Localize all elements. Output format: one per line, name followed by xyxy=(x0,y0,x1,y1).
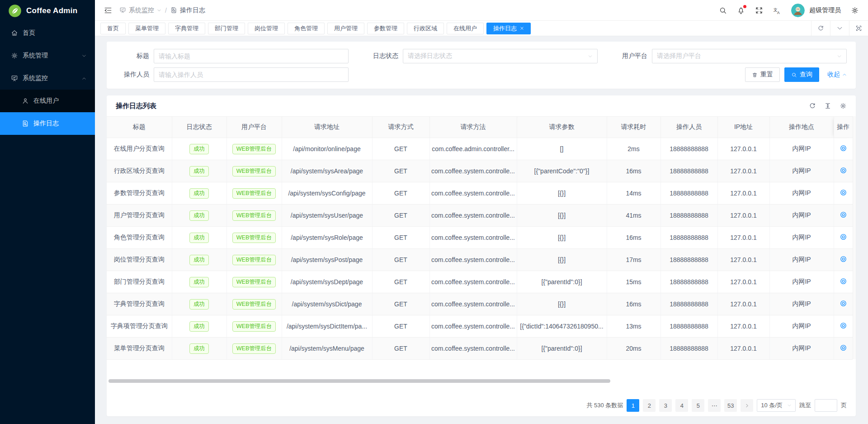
sidebar-item-operation-logs[interactable]: 操作日志 xyxy=(0,112,95,135)
column-header: IP地址 xyxy=(717,117,769,138)
log-status-select[interactable]: 请选择日志状态 xyxy=(403,49,598,63)
title-input[interactable] xyxy=(154,49,349,63)
view-log-button[interactable] xyxy=(840,277,847,285)
cell-method: GET xyxy=(372,205,429,227)
username[interactable]: 超级管理员 xyxy=(809,6,841,14)
search-button[interactable]: 查询 xyxy=(784,67,819,82)
view-log-button[interactable] xyxy=(840,233,847,241)
collapse-form-link[interactable]: 收起 xyxy=(827,71,847,79)
view-log-button[interactable] xyxy=(840,322,847,329)
user-icon xyxy=(22,97,29,105)
maximize-content-button[interactable] xyxy=(849,21,868,36)
cell-location: 内网IP xyxy=(769,315,834,338)
status-badge: 成功 xyxy=(189,233,209,243)
maximize-icon xyxy=(855,25,862,32)
breadcrumb-item[interactable]: 系统监控 xyxy=(119,6,161,14)
column-header: 请求方法 xyxy=(429,117,517,138)
table-refresh-button[interactable] xyxy=(809,102,816,110)
tab-行政区域[interactable]: 行政区域 xyxy=(407,23,444,34)
cell-ip: 127.0.0.1 xyxy=(717,205,769,227)
topbar-actions: 文A 超级管理员 xyxy=(719,4,859,17)
avatar[interactable] xyxy=(791,4,805,17)
tab-字典管理[interactable]: 字典管理 xyxy=(168,23,205,34)
notifications-button[interactable] xyxy=(737,6,745,14)
settings-button[interactable] xyxy=(851,6,859,14)
notification-dot xyxy=(743,5,746,8)
status-badge: 成功 xyxy=(189,321,209,332)
tab-岗位管理[interactable]: 岗位管理 xyxy=(248,23,285,34)
table-row: 在线用户分页查询成功WEB管理后台/api/monitor/online/pag… xyxy=(107,138,853,160)
row-density-button[interactable] xyxy=(824,102,831,110)
cell-operator: 18888888888 xyxy=(660,227,717,249)
view-log-button[interactable] xyxy=(840,167,847,174)
tab-options-button[interactable] xyxy=(830,21,849,36)
horizontal-scrollbar-thumb[interactable] xyxy=(108,379,610,383)
cell-method: GET xyxy=(372,182,429,205)
column-header: 操作地点 xyxy=(769,117,834,138)
column-settings-button[interactable] xyxy=(840,102,847,110)
page-button-2[interactable]: 2 xyxy=(643,399,656,412)
page-button-3[interactable]: 3 xyxy=(659,399,672,412)
sidebar-collapse-button[interactable] xyxy=(104,6,112,14)
tab-参数管理[interactable]: 参数管理 xyxy=(367,23,404,34)
view-log-button[interactable] xyxy=(840,144,847,152)
cell-url: /api/system/sysMenu/page xyxy=(282,338,372,360)
sidebar-item-label: 在线用户 xyxy=(33,97,59,105)
cell-params: [{"parentCode":"0"}] xyxy=(517,160,607,182)
view-log-button[interactable] xyxy=(840,255,847,263)
content: 标题 日志状态 请选择日志状态 用户平台 请选择用户平台 xyxy=(95,36,868,424)
tab-操作日志[interactable]: 操作日志 xyxy=(486,23,531,34)
vertical-scrollbar-track xyxy=(853,116,856,359)
tab-菜单管理[interactable]: 菜单管理 xyxy=(128,23,165,34)
language-button[interactable]: 文A xyxy=(773,6,781,14)
page-size-select[interactable]: 10 条/页 xyxy=(757,399,796,412)
log-table-card: 操作日志列表 标题日志状态用户平台请求地址请求方式请求方法请求参数请求耗时操作人… xyxy=(107,95,856,416)
sidebar-item-online-users[interactable]: 在线用户 xyxy=(0,90,95,112)
reset-button[interactable]: 重置 xyxy=(745,67,780,82)
cell-platform: WEB管理后台 xyxy=(226,249,282,271)
cell-duration: 16ms xyxy=(607,293,660,315)
close-icon[interactable] xyxy=(520,26,524,30)
sidebar-item-system-monitor[interactable]: 系统监控 xyxy=(0,67,95,90)
cell-action xyxy=(834,293,853,315)
sidebar-item-home[interactable]: 首页 xyxy=(0,22,95,44)
view-log-button[interactable] xyxy=(840,344,847,352)
menu-fold-icon xyxy=(104,6,112,14)
operator-input[interactable] xyxy=(154,67,349,82)
next-page-button[interactable] xyxy=(741,399,753,412)
search-trigger[interactable] xyxy=(719,6,727,14)
cell-title: 字典项管理分页查询 xyxy=(107,315,172,338)
app-title: Coffee Admin xyxy=(26,6,77,15)
cell-platform: WEB管理后台 xyxy=(226,182,282,205)
tab-部门管理[interactable]: 部门管理 xyxy=(208,23,245,34)
sidebar-item-system-admin[interactable]: 系统管理 xyxy=(0,44,95,67)
cell-duration: 2ms xyxy=(607,138,660,160)
user-platform-select[interactable]: 请选择用户平台 xyxy=(652,49,847,63)
cell-status: 成功 xyxy=(172,138,226,160)
cell-title: 字典管理分页查询 xyxy=(107,293,172,315)
view-log-button[interactable] xyxy=(840,300,847,307)
page-button-1[interactable]: 1 xyxy=(627,399,639,412)
cell-title: 在线用户分页查询 xyxy=(107,138,172,160)
cell-ip: 127.0.0.1 xyxy=(717,271,769,293)
app-logo[interactable]: Coffee Admin xyxy=(0,0,95,22)
page-button-4[interactable]: 4 xyxy=(675,399,688,412)
jump-page-input[interactable] xyxy=(815,399,837,412)
trash-icon xyxy=(752,72,758,78)
eye-icon xyxy=(840,344,847,352)
tab-用户管理[interactable]: 用户管理 xyxy=(327,23,364,34)
page-ellipsis[interactable]: ⋯ xyxy=(708,399,721,412)
view-log-button[interactable] xyxy=(840,189,847,196)
refresh-tab-button[interactable] xyxy=(811,21,830,36)
cell-platform: WEB管理后台 xyxy=(226,227,282,249)
status-badge: 成功 xyxy=(189,188,209,199)
page-button-5[interactable]: 5 xyxy=(692,399,704,412)
tab-首页[interactable]: 首页 xyxy=(100,23,126,34)
eye-icon xyxy=(840,300,847,307)
page-button-53[interactable]: 53 xyxy=(724,399,737,412)
tab-在线用户[interactable]: 在线用户 xyxy=(447,23,484,34)
view-log-button[interactable] xyxy=(840,211,847,219)
fullscreen-button[interactable] xyxy=(755,6,763,14)
tab-角色管理[interactable]: 角色管理 xyxy=(288,23,325,34)
breadcrumb-item[interactable]: 操作日志 xyxy=(170,6,205,14)
